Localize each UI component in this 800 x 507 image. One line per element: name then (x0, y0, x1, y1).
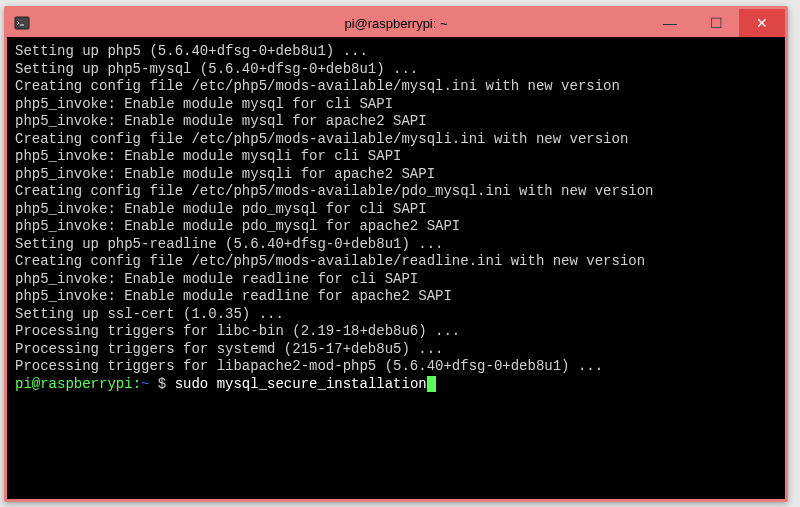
command-input[interactable]: sudo mysql_secure_installation (175, 376, 427, 392)
close-button[interactable]: ✕ (739, 9, 785, 37)
output-line: php5_invoke: Enable module mysql for apa… (15, 113, 777, 131)
output-line: php5_invoke: Enable module mysqli for ap… (15, 166, 777, 184)
output-line: Processing triggers for libc-bin (2.19-1… (15, 323, 777, 341)
prompt-symbol: $ (149, 376, 174, 392)
output-line: php5_invoke: Enable module pdo_mysql for… (15, 201, 777, 219)
output-line: Setting up php5-mysql (5.6.40+dfsg-0+deb… (15, 61, 777, 79)
output-line: Creating config file /etc/php5/mods-avai… (15, 253, 777, 271)
output-line: Setting up php5-readline (5.6.40+dfsg-0+… (15, 236, 777, 254)
prompt-user-host: pi@raspberrypi (15, 376, 133, 392)
terminal-output[interactable]: Setting up php5 (5.6.40+dfsg-0+deb8u1) .… (7, 37, 785, 499)
output-line: Setting up php5 (5.6.40+dfsg-0+deb8u1) .… (15, 43, 777, 61)
terminal-icon (13, 14, 31, 32)
svg-rect-0 (15, 17, 29, 29)
window-title: pi@raspberrypi: ~ (344, 16, 447, 31)
cursor-icon (427, 376, 436, 392)
output-line: php5_invoke: Enable module readline for … (15, 271, 777, 289)
prompt-colon: : (133, 376, 141, 392)
output-line: php5_invoke: Enable module pdo_mysql for… (15, 218, 777, 236)
output-line: Setting up ssl-cert (1.0.35) ... (15, 306, 777, 324)
output-line: Creating config file /etc/php5/mods-avai… (15, 131, 777, 149)
output-line: Processing triggers for libapache2-mod-p… (15, 358, 777, 376)
output-line: php5_invoke: Enable module mysql for cli… (15, 96, 777, 114)
titlebar[interactable]: pi@raspberrypi: ~ — ☐ ✕ (7, 9, 785, 37)
output-line: Creating config file /etc/php5/mods-avai… (15, 78, 777, 96)
output-line: Processing triggers for systemd (215-17+… (15, 341, 777, 359)
prompt-line: pi@raspberrypi:~ $ sudo mysql_secure_ins… (15, 376, 777, 394)
window-controls: — ☐ ✕ (647, 9, 785, 37)
minimize-button[interactable]: — (647, 9, 693, 37)
terminal-window: pi@raspberrypi: ~ — ☐ ✕ Setting up php5 … (4, 6, 788, 502)
maximize-button[interactable]: ☐ (693, 9, 739, 37)
output-line: php5_invoke: Enable module mysqli for cl… (15, 148, 777, 166)
output-line: Creating config file /etc/php5/mods-avai… (15, 183, 777, 201)
output-line: php5_invoke: Enable module readline for … (15, 288, 777, 306)
